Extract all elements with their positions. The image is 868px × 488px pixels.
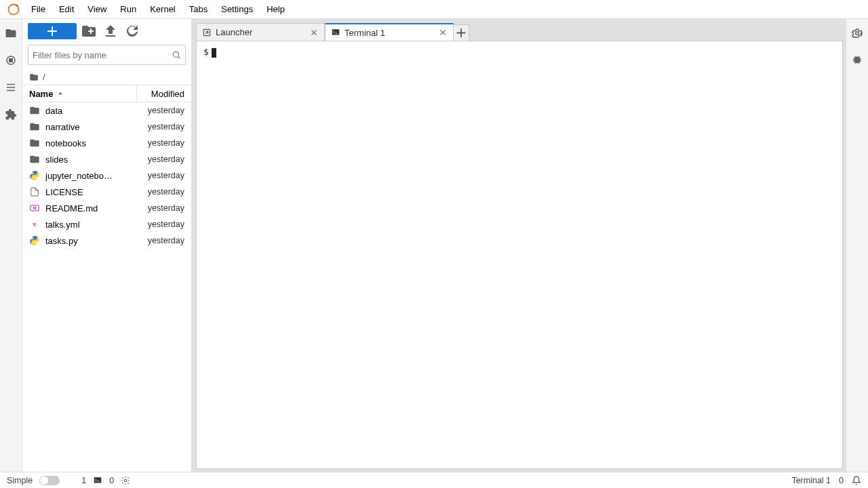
bell-icon[interactable] [852,476,861,485]
status-right-label: Terminal 1 [791,476,831,485]
new-launcher-button[interactable] [28,23,77,39]
svg-text:Y:: Y: [33,222,37,227]
kernel-status-icon [121,476,130,485]
file-name: talks.yml [45,220,136,230]
menu-tabs[interactable]: Tabs [182,1,214,17]
debug-icon[interactable] [851,54,863,66]
close-icon[interactable] [309,28,319,37]
menubar: FileEditViewRunKernelTabsSettingsHelp [0,0,868,19]
file-name: narrative [45,122,136,132]
file-row[interactable]: LICENSEyesterday [22,184,191,200]
close-icon[interactable] [438,28,448,37]
new-tab-button[interactable] [453,24,469,41]
svg-point-9 [33,172,33,173]
file-name: jupyter_notebo… [45,171,136,181]
file-modified: yesterday [136,187,184,197]
sort-icon [56,89,65,98]
menu-kernel[interactable]: Kernel [143,1,182,17]
svg-rect-24 [94,477,102,483]
menu-run[interactable]: Run [113,1,143,17]
running-icon[interactable] [5,54,17,66]
svg-text:M: M [33,206,37,210]
breadcrumb-path: / [43,72,45,82]
search-icon [172,50,181,60]
menu-file[interactable]: File [24,1,52,17]
yml-icon: Y: [29,219,40,230]
file-browser: / Name Modified datayesterdaynarrativeye… [22,19,192,472]
terminal-pane[interactable]: $ [196,41,843,469]
file-row[interactable]: narrativeyesterday [22,119,191,135]
file-modified: yesterday [136,122,184,131]
launcher-icon [202,28,212,37]
upload-icon[interactable] [101,23,120,39]
file-row[interactable]: MREADME.mdyesterday [22,200,191,216]
filter-input-wrapper [28,45,186,65]
terminal-status-icon [93,476,102,485]
tab-launcher[interactable]: Launcher [196,23,325,41]
file-row[interactable]: datayesterday [22,102,191,119]
menu-settings[interactable]: Settings [214,1,260,17]
file-name: data [45,106,136,116]
folder-icon [29,73,39,82]
file-browser-toolbar [22,19,191,43]
svg-line-8 [178,57,180,59]
svg-rect-3 [9,59,13,62]
py-icon [29,235,40,246]
file-name: README.md [45,203,136,214]
terminal-count: 0 [109,476,114,485]
cursor-icon [212,48,216,58]
file-modified: yesterday [136,171,184,180]
statusbar: Simple 1 0 Terminal 1 0 [0,472,868,488]
svg-point-15 [35,243,36,244]
jupyter-logo-icon [7,3,20,16]
new-folder-icon[interactable] [79,23,98,39]
svg-point-14 [33,237,33,238]
file-modified: yesterday [136,106,184,115]
status-right-count: 0 [839,476,844,485]
file-list: datayesterdaynarrativeyesterdaynotebooks… [22,102,191,472]
file-name: slides [45,155,136,165]
file-modified: yesterday [136,236,184,245]
file-row[interactable]: slidesyesterday [22,151,191,167]
tab-label: Launcher [216,27,252,37]
file-name: LICENSE [45,187,136,197]
svg-point-26 [124,479,127,482]
header-name[interactable]: Name [22,85,137,102]
file-modified: yesterday [136,138,184,148]
tab-bar: LauncherTerminal 1 [196,22,843,41]
extensions-icon[interactable] [5,108,17,121]
file-row[interactable]: tasks.pyyesterday [22,232,191,249]
mode-label: Simple [7,476,33,485]
menu-help[interactable]: Help [260,1,292,17]
svg-point-23 [856,32,859,35]
svg-point-10 [35,178,36,179]
svg-rect-19 [332,29,340,35]
mode-toggle[interactable] [39,476,60,485]
svg-point-7 [173,52,178,57]
kernel-count: 1 [81,476,86,485]
file-row[interactable]: notebooksyesterday [22,135,191,151]
tab-terminal-1[interactable]: Terminal 1 [325,23,454,41]
svg-point-1 [16,4,18,6]
breadcrumb[interactable]: / [22,69,191,85]
folder-icon [29,121,40,132]
file-modified: yesterday [136,220,184,229]
work-area: LauncherTerminal 1 $ [192,19,846,472]
file-row[interactable]: jupyter_notebo…yesterday [22,167,191,184]
py-icon [29,170,40,181]
refresh-icon[interactable] [123,23,142,39]
property-inspector-icon[interactable] [851,27,863,39]
right-activity-bar [846,19,868,472]
file-icon [29,186,40,197]
file-row[interactable]: Y:talks.ymlyesterday [22,216,191,232]
folder-icon [29,138,40,148]
header-modified[interactable]: Modified [137,89,191,99]
menu-view[interactable]: View [81,1,113,17]
main-area: / Name Modified datayesterdaynarrativeye… [0,19,868,472]
menu-edit[interactable]: Edit [52,1,81,17]
folder-icon[interactable] [5,27,17,39]
file-modified: yesterday [136,203,184,213]
toc-icon[interactable] [5,81,17,94]
file-modified: yesterday [136,155,184,164]
filter-input[interactable] [33,50,172,60]
